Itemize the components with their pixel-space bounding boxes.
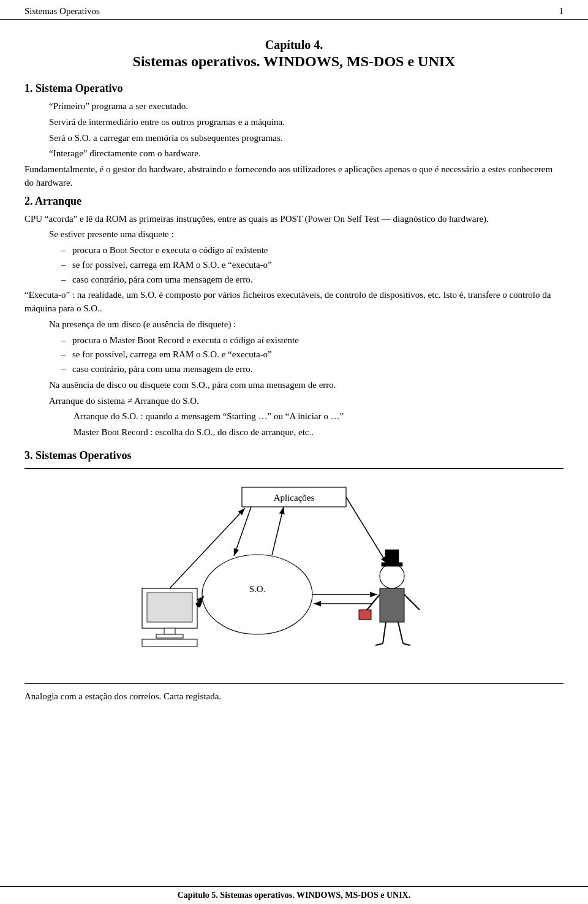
section1-para1: “Primeiro” programa a ser executado. [49, 100, 564, 113]
svg-line-29 [346, 497, 387, 564]
section2-arranque2: Arranque do S.O. : quando a mensagem “St… [74, 410, 564, 424]
page-header: Sistemas Operativos 1 [0, 0, 588, 20]
svg-rect-8 [142, 639, 197, 647]
list-item: se for possível, carrega em RAM o S.O. e… [61, 259, 564, 272]
chapter-number: Capítulo 4. [24, 38, 564, 52]
section2-para1: CPU “acorda” e lê da ROM as primeiras in… [24, 213, 564, 226]
section2-heading: 2. Arranque [24, 195, 564, 208]
section3-top-rule [24, 468, 564, 469]
section1-para3: Será o S.O. a carregar em memória os sub… [49, 132, 564, 145]
page-footer: Capítulo 5. Sistemas operativos. WINDOWS… [0, 886, 588, 904]
svg-rect-6 [164, 628, 175, 634]
svg-line-15 [383, 622, 386, 644]
svg-line-23 [272, 507, 284, 555]
section3-heading: 3. Sistemas Operativos [24, 449, 564, 462]
section1-para4: “Interage” directamente com o hardware. [49, 147, 564, 161]
section1-para5: Fundamentalmente, é o gestor do hardware… [24, 163, 564, 190]
section2-arranque3: Master Boot Record : escolha do S.O., do… [74, 426, 564, 439]
section1-heading: 1. Sistema Operativo [24, 82, 564, 95]
list-item: caso contrário, pára com uma mensagem de… [61, 273, 564, 287]
svg-rect-7 [156, 634, 183, 638]
chapter-heading: Capítulo 4. Sistemas operativos. WINDOWS… [24, 38, 564, 70]
diagram-svg: Aplicações S.O. [123, 481, 466, 677]
svg-line-14 [404, 594, 420, 610]
section2-para3: Na ausência de disco ou disquete com S.O… [49, 379, 564, 392]
svg-text:Aplicações: Aplicações [274, 493, 315, 503]
section3-caption: Analogia com a estação dos correios. Car… [24, 690, 564, 704]
main-content: Capítulo 4. Sistemas operativos. WINDOWS… [0, 20, 588, 759]
svg-text:S.O.: S.O. [249, 584, 266, 594]
diagram-container: Aplicações S.O. [24, 481, 564, 677]
section2-disquete-label: Se estiver presente uma disquete : [49, 228, 564, 241]
svg-point-9 [380, 564, 404, 588]
section2-disco-list: procura o Master Boot Record e executa o… [61, 334, 564, 376]
list-item: caso contrário, pára com uma mensagem de… [61, 363, 564, 376]
footer-text: Capítulo 5. Sistemas operativos. WINDOWS… [178, 891, 410, 900]
list-item: procura o Boot Sector e executa o código… [61, 244, 564, 257]
section3-bottom-rule [24, 683, 564, 684]
svg-rect-11 [385, 550, 399, 563]
section1-para2: Servirá de intermediário entre os outros… [49, 116, 564, 129]
svg-line-16 [398, 622, 403, 644]
chapter-title: Sistemas operativos. WINDOWS, MS-DOS e U… [24, 53, 564, 70]
svg-line-17 [375, 644, 383, 645]
header-page-number: 1 [559, 6, 564, 17]
section2-disquete-list: procura o Boot Sector e executa o código… [61, 244, 564, 286]
section2-disco-label: Na presença de um disco (e ausência de d… [49, 318, 564, 332]
list-item: procura o Master Boot Record e executa o… [61, 334, 564, 348]
list-item: se for possível, carrega em RAM o S.O. e… [61, 348, 564, 362]
svg-rect-19 [359, 610, 371, 620]
header-title: Sistemas Operativos [24, 6, 100, 17]
page: Sistemas Operativos 1 Capítulo 4. Sistem… [0, 0, 588, 904]
svg-point-2 [202, 555, 312, 634]
section2-para2: “Executa-o” : na realidade, um S.O. é co… [24, 289, 564, 316]
svg-rect-12 [380, 588, 404, 622]
svg-line-18 [403, 644, 410, 645]
svg-line-22 [234, 507, 251, 556]
section2-arranque1: Arranque do sistema ≠ Arranque do S.O. [49, 395, 564, 408]
svg-rect-5 [147, 593, 192, 622]
